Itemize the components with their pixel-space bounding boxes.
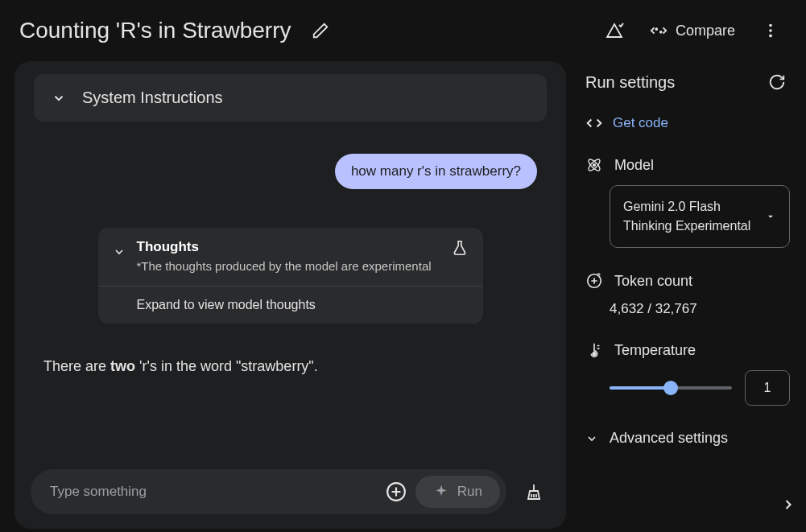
compare-button[interactable]: Compare: [643, 19, 742, 43]
model-section-label: Model: [614, 157, 654, 174]
temperature-section-label: Temperature: [614, 342, 696, 359]
thoughts-header[interactable]: Thoughts *The thoughts produced by the m…: [98, 228, 483, 287]
prompt-input[interactable]: [50, 484, 382, 500]
compare-icon: [650, 22, 668, 39]
svg-point-8: [593, 164, 596, 167]
svg-point-1: [660, 31, 662, 33]
run-label: Run: [457, 484, 482, 500]
more-menu-button[interactable]: [754, 14, 787, 47]
chat-scroll[interactable]: how many r's in strawberry? Thoughts *Th…: [14, 134, 566, 458]
svg-point-10: [593, 353, 596, 356]
token-count-value: 4,632 / 32,767: [610, 301, 790, 317]
compare-label: Compare: [676, 23, 735, 39]
run-button[interactable]: Run: [415, 476, 500, 508]
slider-fill: [610, 386, 671, 390]
advanced-settings-toggle[interactable]: Advanced settings: [585, 430, 790, 447]
safety-button[interactable]: [598, 14, 630, 47]
header: Counting 'R's in Strawberry Compare: [0, 0, 806, 61]
settings-title: Run settings: [585, 73, 675, 92]
user-message: how many r's in strawberry?: [335, 154, 537, 189]
chat-area: System Instructions how many r's in stra…: [14, 61, 566, 529]
thermometer-icon: [585, 341, 603, 359]
sparkle-icon: [433, 484, 449, 500]
token-section-label: Token count: [614, 273, 692, 290]
model-selected-name: Gemini 2.0 Flash Thinking Experimental: [623, 197, 765, 236]
add-attachment-button[interactable]: [382, 477, 411, 506]
collapse-sidebar-button[interactable]: [780, 497, 796, 516]
model-select[interactable]: Gemini 2.0 Flash Thinking Experimental: [610, 185, 790, 248]
response-text-prefix: There are: [43, 358, 110, 374]
clear-button[interactable]: [518, 476, 550, 508]
flask-icon: [451, 239, 469, 257]
reset-settings-button[interactable]: [764, 69, 790, 95]
svg-point-0: [655, 28, 657, 30]
atom-icon: [585, 156, 603, 174]
settings-sidebar: Run settings Get code Model Gemini 2.0 F…: [572, 61, 806, 529]
pencil-icon: [312, 22, 329, 39]
get-code-label: Get code: [613, 115, 668, 131]
model-response: There are two 'r's in the word "strawber…: [43, 356, 537, 377]
temperature-input[interactable]: 1: [745, 370, 790, 406]
main: System Instructions how many r's in stra…: [0, 61, 806, 529]
thoughts-title: Thoughts: [137, 239, 440, 255]
get-code-link[interactable]: Get code: [585, 114, 790, 132]
token-icon: [585, 272, 603, 290]
triangle-check-icon: [605, 21, 624, 40]
chevron-right-icon: [780, 497, 796, 513]
svg-point-2: [769, 24, 772, 27]
thoughts-subtitle: *The thoughts produced by the model are …: [137, 258, 440, 274]
system-instructions-label: System Instructions: [82, 89, 223, 107]
system-instructions-toggle[interactable]: System Instructions: [34, 74, 547, 122]
code-icon: [585, 114, 603, 132]
svg-point-4: [769, 35, 772, 38]
page-title: Counting 'R's in Strawberry: [19, 18, 291, 43]
plus-circle-icon: [386, 481, 407, 502]
chevron-down-icon: [113, 245, 126, 258]
broom-icon: [524, 482, 544, 501]
input-row: Run: [14, 458, 566, 529]
dropdown-arrow-icon: [765, 211, 776, 222]
thoughts-panel: Thoughts *The thoughts produced by the m…: [98, 228, 483, 324]
more-vertical-icon: [762, 22, 779, 39]
advanced-settings-label: Advanced settings: [610, 430, 728, 447]
chevron-down-icon: [585, 432, 598, 445]
temperature-slider[interactable]: [610, 386, 732, 390]
svg-point-3: [769, 29, 772, 32]
response-text-bold: two: [110, 358, 135, 374]
chevron-down-icon: [52, 91, 66, 105]
slider-thumb[interactable]: [663, 381, 678, 395]
input-container: Run: [31, 469, 506, 514]
thoughts-expand-button[interactable]: Expand to view model thoughts: [98, 287, 483, 324]
edit-title-button[interactable]: [304, 14, 337, 47]
refresh-icon: [768, 73, 786, 91]
response-text-suffix: 'r's in the word "strawberry".: [135, 358, 318, 374]
